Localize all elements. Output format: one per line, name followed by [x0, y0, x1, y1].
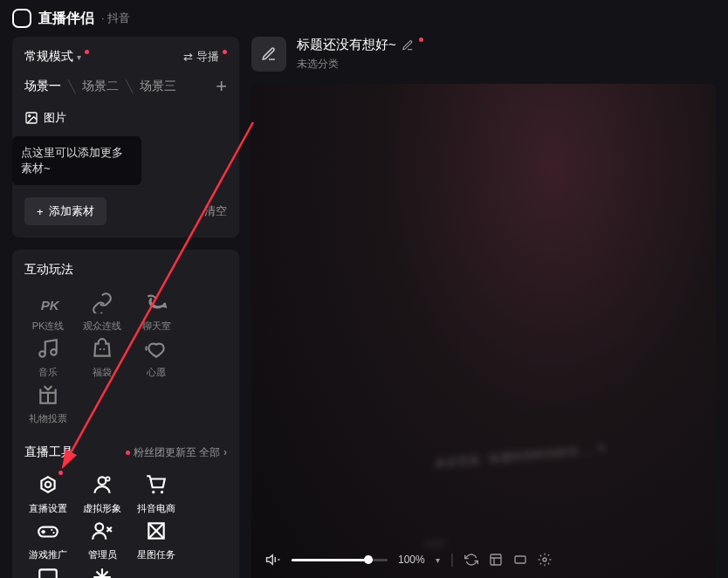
mode-dropdown[interactable]: 常规模式 ▾: [24, 49, 89, 65]
tool-label: 聊天室: [142, 320, 171, 333]
tool-avatar[interactable]: 虚拟形象: [79, 472, 126, 515]
bag-icon: [90, 336, 114, 361]
chevron-down-icon: ▾: [77, 52, 81, 62]
window-icon[interactable]: [513, 553, 527, 567]
scene-tab-3[interactable]: 场景三: [140, 79, 176, 94]
tool-gift[interactable]: 礼物投票: [24, 382, 72, 425]
tool-label: 游戏推广: [29, 548, 67, 561]
nav-label: 导播: [196, 49, 219, 65]
plus-icon: +: [37, 205, 44, 218]
svg-rect-17: [491, 554, 501, 565]
fans-update-link[interactable]: 粉丝团更新至 全部 ›: [126, 445, 227, 460]
edit-title-button[interactable]: [251, 37, 286, 72]
svg-rect-16: [39, 569, 57, 578]
nav-mode-button[interactable]: ⇄ 导播: [183, 49, 227, 65]
add-label: 添加素材: [49, 203, 94, 219]
tool-screen[interactable]: 绿幕大屏: [24, 565, 72, 578]
clear-button[interactable]: 清空: [204, 203, 227, 219]
pk-icon: PK: [36, 290, 60, 314]
swap-icon: ⇄: [183, 51, 193, 64]
svg-point-8: [106, 477, 109, 480]
notification-dot: [58, 471, 63, 475]
volume-value: 100%: [398, 554, 425, 566]
volume-dropdown[interactable]: ▾: [436, 555, 440, 565]
tool-label: 抖音电商: [137, 502, 175, 515]
svg-text:PK: PK: [41, 298, 59, 313]
avatar-icon: [90, 472, 114, 497]
svg-point-19: [543, 558, 546, 561]
svg-point-3: [100, 348, 101, 350]
notification-dot: [223, 50, 227, 54]
screen-icon: [36, 565, 60, 578]
preview-canvas[interactable]: 未设页面 · 标题特别特别的长 … ✎ ━━━: [251, 84, 716, 578]
add-source-button[interactable]: + 添加素材: [24, 197, 106, 225]
svg-point-14: [95, 523, 103, 531]
gear-icon: [36, 472, 60, 497]
volume-slider[interactable]: [292, 559, 388, 561]
mini-icon: [90, 565, 114, 578]
scene-tab-1[interactable]: 场景一: [24, 79, 61, 94]
stream-title: 标题还没有想好~: [297, 37, 396, 53]
tool-heart[interactable]: 心愿: [133, 336, 180, 379]
svg-point-7: [99, 477, 106, 485]
add-scene-button[interactable]: +: [216, 75, 227, 98]
tool-label: 观众连线: [83, 320, 121, 333]
app-subtitle: · 抖音: [101, 10, 130, 26]
tool-gear[interactable]: 直播设置: [24, 472, 72, 515]
svg-point-4: [103, 348, 105, 350]
tool-label: 音乐: [38, 366, 58, 379]
svg-rect-18: [515, 556, 525, 563]
tool-label: 虚拟形象: [83, 502, 121, 515]
tool-music[interactable]: 音乐: [24, 336, 72, 379]
chevron-right-icon: ›: [223, 446, 227, 458]
scene-tab-2[interactable]: 场景二: [82, 79, 119, 94]
tool-chat[interactable]: 聊天室: [133, 290, 180, 333]
tool-link[interactable]: 观众连线: [79, 290, 126, 333]
tool-label: 直播设置: [29, 502, 67, 515]
source-image-item[interactable]: 图片: [24, 110, 227, 126]
refresh-icon[interactable]: [464, 553, 478, 567]
gamepad-icon: [36, 519, 60, 543]
grid-icon[interactable]: [489, 553, 503, 567]
tool-label: PK连线: [32, 320, 65, 333]
tool-mini[interactable]: 小程序: [79, 565, 126, 578]
chat-icon: [144, 290, 168, 314]
tool-label: 心愿: [147, 366, 166, 379]
stream-category[interactable]: 未选分类: [297, 57, 423, 72]
app-logo-icon: [12, 9, 31, 28]
edit-inline-icon[interactable]: [402, 39, 414, 52]
tool-label: 礼物投票: [29, 412, 67, 425]
tools-section-title: 直播工具: [24, 444, 73, 460]
tool-admin[interactable]: 管理员: [79, 519, 126, 561]
image-icon: [24, 111, 38, 125]
tool-gamepad[interactable]: 游戏推广: [24, 519, 72, 561]
tool-bag[interactable]: 福袋: [79, 336, 126, 379]
svg-point-13: [52, 532, 54, 533]
notification-dot: [85, 50, 89, 54]
hint-tooltip: 点这里可以添加更多素材~: [12, 136, 141, 185]
svg-point-9: [152, 491, 155, 493]
edit-icon: [261, 46, 277, 62]
svg-point-1: [29, 115, 31, 117]
tool-label: 星图任务: [137, 548, 175, 561]
tool-pk[interactable]: PKPK连线: [24, 290, 72, 333]
tool-label: 福袋: [93, 366, 112, 379]
star-icon: [144, 519, 168, 543]
tool-label: 管理员: [88, 548, 117, 561]
svg-point-12: [51, 529, 52, 531]
interactive-section-title: 互动玩法: [24, 262, 73, 278]
admin-icon: [90, 519, 114, 543]
cart-icon: [144, 472, 168, 497]
fans-update-label: 粉丝团更新至 全部: [134, 445, 220, 460]
svg-point-6: [45, 482, 52, 488]
tool-star[interactable]: 星图任务: [133, 519, 180, 561]
tool-cart[interactable]: 抖音电商: [133, 472, 180, 515]
gift-icon: [36, 382, 60, 407]
svg-point-10: [161, 491, 163, 493]
notification-dot: [126, 451, 130, 455]
app-title: 直播伴侣: [38, 10, 94, 28]
notification-dot: [419, 38, 423, 42]
mode-label: 常规模式: [24, 49, 73, 65]
settings-icon[interactable]: [538, 553, 552, 567]
volume-icon[interactable]: [265, 552, 281, 568]
